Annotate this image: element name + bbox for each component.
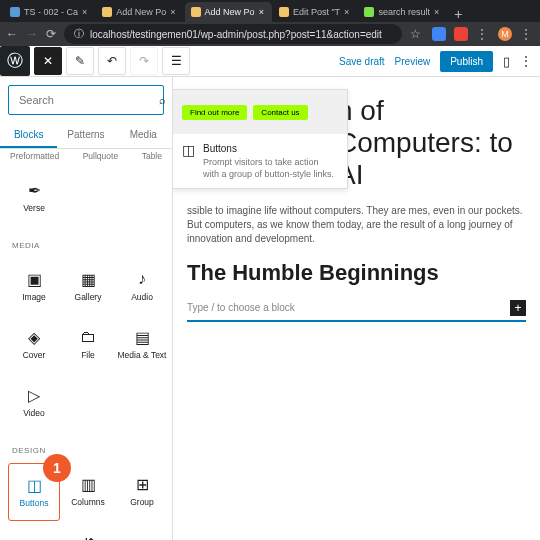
url-input[interactable]: ⓘlocalhost/testingemen01/wp-admin/post.p…: [64, 24, 402, 44]
favicon: [10, 7, 20, 17]
media-text-icon: ▤: [135, 328, 150, 346]
video-icon: ▷: [28, 386, 40, 404]
buttons-icon: ◫: [182, 142, 195, 180]
browser-tab-3[interactable]: Edit Post "T×: [273, 2, 357, 22]
group-icon: ⊞: [136, 475, 149, 493]
favicon: [191, 7, 201, 17]
block-buttons[interactable]: 1 ◫Buttons: [8, 463, 60, 521]
browser-tabstrip: TS - 002 - Ca× Add New Po× Add New Po× E…: [0, 0, 540, 22]
tab-blocks[interactable]: Blocks: [0, 123, 57, 148]
editor-toolbar: ⓦ ✕ ✎ ↶ ↷ ☰ Save draft Preview Publish ▯…: [0, 46, 540, 77]
block-pullquote[interactable]: Pullquote: [83, 151, 118, 161]
stack-icon: ⇵: [82, 535, 95, 540]
search-input[interactable]: [17, 93, 159, 107]
info-icon: ⓘ: [74, 27, 84, 41]
extensions-menu-icon[interactable]: ⋮: [476, 27, 490, 41]
close-icon[interactable]: ×: [170, 7, 175, 17]
block-preformatted[interactable]: Preformatted: [10, 151, 59, 161]
browser-tab-2[interactable]: Add New Po×: [185, 2, 272, 22]
add-block-button[interactable]: +: [510, 300, 526, 316]
row-icon: ⇿: [28, 535, 41, 540]
close-icon[interactable]: ×: [434, 7, 439, 17]
block-file[interactable]: 🗀File: [62, 316, 114, 372]
preview-button-pill: Find out more: [182, 105, 247, 120]
block-preview-tooltip: Find out more Contact us ◫ Buttons Promp…: [173, 89, 348, 189]
close-icon[interactable]: ×: [344, 7, 349, 17]
block-more[interactable]: ⋯More: [116, 523, 168, 540]
settings-sidebar-icon[interactable]: ▯: [503, 54, 510, 69]
close-inserter-button[interactable]: ✕: [34, 47, 62, 75]
forward-icon[interactable]: →: [26, 27, 38, 41]
undo-button[interactable]: ↶: [98, 47, 126, 75]
tooltip-title: Buttons: [203, 142, 337, 155]
block-audio[interactable]: ♪Audio: [116, 258, 168, 314]
options-icon[interactable]: ⋮: [520, 54, 532, 68]
step-badge: 1: [43, 454, 71, 482]
tooltip-description: Prompt visitors to take action with a gr…: [203, 157, 337, 180]
appender-placeholder: Type / to choose a block: [187, 302, 295, 313]
close-icon[interactable]: ×: [82, 7, 87, 17]
share-icon[interactable]: ☆: [410, 27, 424, 41]
section-heading-media: MEDIA: [4, 233, 172, 254]
tools-button[interactable]: ✎: [66, 47, 94, 75]
post-heading[interactable]: The Humble Beginnings: [187, 260, 526, 286]
close-icon[interactable]: ×: [259, 7, 264, 17]
tooltip-preview: Find out more Contact us: [173, 90, 347, 134]
browser-address-bar: ← → ⟳ ⓘlocalhost/testingemen01/wp-admin/…: [0, 22, 540, 46]
image-icon: ▣: [27, 270, 42, 288]
audio-icon: ♪: [138, 270, 146, 288]
kebab-icon[interactable]: ⋮: [520, 27, 534, 41]
browser-tab-4[interactable]: search result×: [358, 2, 447, 22]
empty-block-appender[interactable]: Type / to choose a block +: [187, 296, 526, 322]
favicon: [102, 7, 112, 17]
browser-tab-0[interactable]: TS - 002 - Ca×: [4, 2, 95, 22]
tab-patterns[interactable]: Patterns: [57, 123, 114, 148]
more-icon: ⋯: [134, 535, 150, 540]
profile-avatar[interactable]: M: [498, 27, 512, 41]
block-table[interactable]: Table: [142, 151, 162, 161]
block-search[interactable]: ⌕: [8, 85, 164, 115]
buttons-icon: ◫: [27, 476, 42, 494]
post-title[interactable]: n of Computers: to AI: [337, 95, 526, 192]
browser-tab-1[interactable]: Add New Po×: [96, 2, 183, 22]
gallery-icon: ▦: [81, 270, 96, 288]
post-paragraph[interactable]: ssible to imagine life without computers…: [187, 204, 526, 246]
inserter-tabs: Blocks Patterns Media: [0, 123, 172, 149]
search-icon: ⌕: [159, 94, 166, 106]
extension-icon[interactable]: [432, 27, 446, 41]
editor-canvas[interactable]: Find out more Contact us ◫ Buttons Promp…: [173, 77, 540, 540]
block-verse[interactable]: ✒Verse: [8, 169, 60, 225]
redo-button[interactable]: ↷: [130, 47, 158, 75]
document-overview-button[interactable]: ☰: [162, 47, 190, 75]
block-media-text[interactable]: ▤Media & Text: [116, 316, 168, 372]
back-icon[interactable]: ←: [6, 27, 18, 41]
block-cover[interactable]: ◈Cover: [8, 316, 60, 372]
block-row[interactable]: ⇿Row: [8, 523, 60, 540]
block-group[interactable]: ⊞Group: [116, 463, 168, 519]
extension-icon[interactable]: [454, 27, 468, 41]
preview-button-pill: Contact us: [253, 105, 307, 120]
save-draft-button[interactable]: Save draft: [339, 56, 385, 67]
block-stack[interactable]: ⇵Stack: [62, 523, 114, 540]
favicon: [279, 7, 289, 17]
publish-button[interactable]: Publish: [440, 51, 493, 72]
reload-icon[interactable]: ⟳: [46, 27, 56, 41]
verse-icon: ✒: [28, 181, 41, 199]
preview-button[interactable]: Preview: [395, 56, 431, 67]
wordpress-logo-icon[interactable]: ⓦ: [0, 46, 30, 76]
cover-icon: ◈: [28, 328, 40, 346]
favicon: [364, 7, 374, 17]
file-icon: 🗀: [80, 328, 96, 346]
new-tab-button[interactable]: +: [448, 6, 468, 22]
tab-media[interactable]: Media: [115, 123, 172, 148]
block-row: Preformatted Pullquote Table: [0, 149, 172, 161]
columns-icon: ▥: [81, 475, 96, 493]
block-video[interactable]: ▷Video: [8, 374, 60, 430]
section-heading-design: DESIGN: [4, 438, 172, 459]
browser-extensions: ☆ ⋮ M ⋮: [410, 27, 534, 41]
block-gallery[interactable]: ▦Gallery: [62, 258, 114, 314]
block-inserter-panel: ⌕ Blocks Patterns Media Preformatted Pul…: [0, 77, 173, 540]
block-image[interactable]: ▣Image: [8, 258, 60, 314]
